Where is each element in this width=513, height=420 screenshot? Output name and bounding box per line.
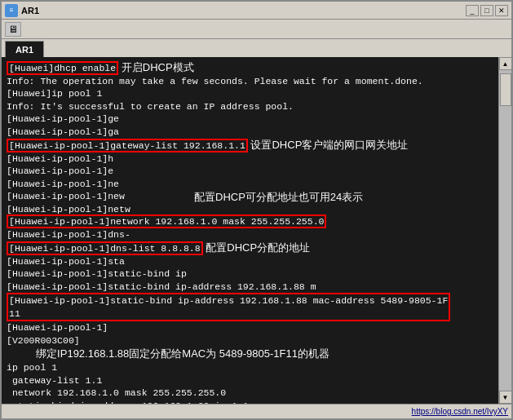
- app-icon: ≡: [5, 4, 18, 17]
- toolbar: 🖥: [2, 20, 511, 39]
- terminal-line-multibox: [Huawei-ip-pool-1]static-bind ip-address…: [7, 293, 450, 321]
- terminal-line: network 192.168.1.0 mask 255.255.255.0: [7, 387, 493, 400]
- restore-button[interactable]: □: [480, 5, 493, 16]
- cmd-highlight: [Huawei-ip-pool-1]gateway-list 192.168.1…: [7, 139, 248, 153]
- terminal-line: Info: The operation may take a few secon…: [7, 75, 493, 88]
- terminal-line: [Huawei-ip-pool-1]static-bind ip: [7, 267, 493, 281]
- terminal-line: [Huawei-ip-pool-1]dns-list 8.8.8.8 配置DHC…: [7, 241, 493, 255]
- terminal-line: [Huawei-ip-pool-1]dns-: [7, 228, 493, 241]
- monitor-icon: 🖥: [8, 24, 18, 35]
- terminal-annotation: 绑定IP192.168.1.88固定分配给MAC为 5489-9805-1F11…: [7, 347, 493, 361]
- terminal[interactable]: [Huawei]dhcp enable 开启DHCP模式 Info: The o…: [2, 57, 498, 404]
- terminal-line: Info: It's successful to create an IP ad…: [7, 100, 493, 113]
- close-button[interactable]: ✕: [495, 5, 508, 16]
- terminal-line: [V200R003C00]: [7, 334, 493, 347]
- window-title: AR1: [21, 6, 39, 15]
- content-area: [Huawei]dhcp enable 开启DHCP模式 Info: The o…: [2, 57, 511, 404]
- terminal-line: gateway-list 1.1: [7, 374, 493, 387]
- terminal-line: [Huawei]dhcp enable 开启DHCP模式: [7, 60, 493, 75]
- cmd-highlight: [Huawei]dhcp enable: [7, 61, 118, 75]
- scrollbar[interactable]: ▲ ▼: [498, 57, 511, 404]
- terminal-line: [Huawei]ip pool 1: [7, 87, 493, 100]
- terminal-line: static-bind ip-address 192.168.1.88 ip 1…: [7, 400, 493, 404]
- scroll-up-button[interactable]: ▲: [499, 57, 512, 70]
- terminal-line: [Huawei-ip-pool-1]gateway-list 192.168.1…: [7, 138, 493, 153]
- title-bar-left: ≡ AR1: [5, 4, 39, 17]
- terminal-line: [Huawei-ip-pool-1]new配置DHCP可分配地址也可用24表示: [7, 190, 493, 203]
- terminal-line: [Huawei-ip-pool-1]: [7, 321, 493, 334]
- terminal-line: [Huawei-ip-pool-1]network 192.168.1.0 ma…: [7, 215, 493, 228]
- tab-strip: AR1: [2, 39, 511, 57]
- tab-ar1[interactable]: AR1: [5, 41, 44, 57]
- terminal-line: [Huawei-ip-pool-1]ne: [7, 178, 493, 191]
- terminal-line: [Huawei-ip-pool-1]static-bind ip-address…: [7, 281, 493, 294]
- window-controls: _ □ ✕: [466, 5, 508, 16]
- terminal-line: ip pool 1: [7, 361, 493, 374]
- main-window: ≡ AR1 _ □ ✕ 🖥 AR1 [Huawei]dhcp enable 开启…: [0, 0, 513, 420]
- status-url[interactable]: https://blog.csdn.net/IvyXY: [412, 407, 508, 416]
- scrollbar-thumb[interactable]: [500, 73, 511, 106]
- title-bar: ≡ AR1 _ □ ✕: [2, 2, 511, 20]
- terminal-line: [Huawei-ip-pool-1]netw: [7, 203, 493, 216]
- cmd-highlight: [Huawei-ip-pool-1]network 192.168.1.0 ma…: [7, 214, 326, 228]
- scrollbar-track[interactable]: [499, 70, 511, 391]
- terminal-line: [Huawei-ip-pool-1]h: [7, 153, 493, 166]
- scroll-down-button[interactable]: ▼: [499, 391, 512, 404]
- terminal-line: [Huawei-ip-pool-1]ga: [7, 126, 493, 139]
- status-bar: https://blog.csdn.net/IvyXY: [2, 404, 511, 418]
- terminal-line: [Huawei-ip-pool-1]e: [7, 165, 493, 178]
- terminal-line: [Huawei-ip-pool-1]sta: [7, 255, 493, 268]
- toolbar-icon[interactable]: 🖥: [5, 22, 21, 37]
- cmd-highlight: [Huawei-ip-pool-1]dns-list 8.8.8.8: [7, 241, 203, 255]
- terminal-line: [Huawei-ip-pool-1]ge: [7, 113, 493, 126]
- minimize-button[interactable]: _: [466, 5, 479, 16]
